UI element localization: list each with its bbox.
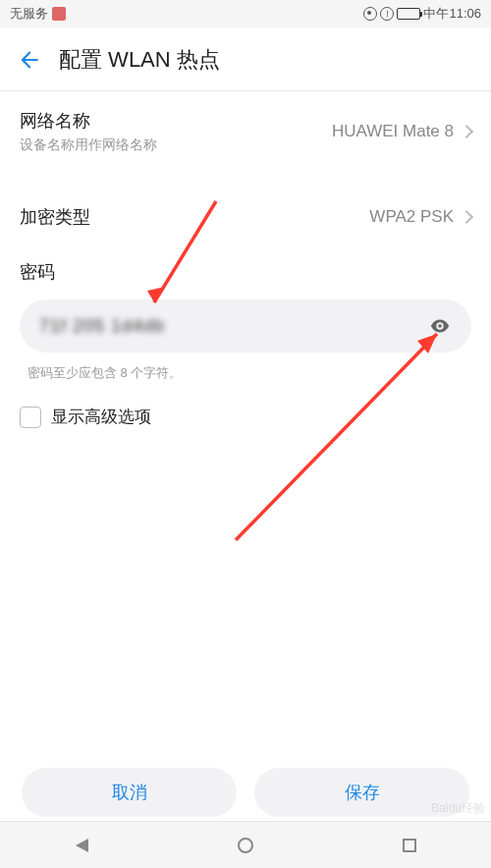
toggle-visibility-button[interactable] [428, 314, 452, 338]
no-service-text: 无服务 [10, 5, 48, 23]
home-icon [238, 838, 253, 853]
notification-icon: ! [380, 7, 394, 21]
advanced-checkbox[interactable] [20, 407, 41, 428]
status-right: ! 中午11:06 [363, 5, 481, 23]
password-field[interactable]: 71f 205 1d4db [20, 299, 471, 353]
hotspot-icon [363, 7, 377, 21]
signal-icon [52, 7, 66, 21]
battery-icon [397, 8, 420, 20]
watermark: Baidu经验 [431, 800, 485, 817]
bottom-buttons: 取消 保存 [0, 768, 491, 817]
status-left: 无服务 [10, 5, 66, 23]
encryption-label: 加密类型 [20, 205, 90, 229]
back-button[interactable] [16, 46, 43, 74]
content: 网络名称 设备名称用作网络名称 HUAWEI Mate 8 加密类型 WPA2 … [0, 91, 491, 452]
encryption-value: WPA2 PSK [369, 207, 454, 227]
nav-home-button[interactable] [216, 838, 275, 853]
advanced-options-row[interactable]: 显示高级选项 [20, 382, 471, 452]
network-name-right: HUAWEI Mate 8 [332, 122, 471, 141]
time-text: 中午11:06 [423, 5, 481, 23]
encryption-left: 加密类型 [20, 205, 90, 229]
encryption-right: WPA2 PSK [369, 207, 471, 227]
chevron-right-icon [460, 125, 473, 138]
encryption-row[interactable]: 加密类型 WPA2 PSK [20, 188, 471, 246]
password-hint: 密码至少应包含 8 个字符。 [20, 353, 471, 382]
chevron-right-icon [460, 210, 473, 224]
back-icon [76, 839, 88, 852]
eye-icon [429, 315, 451, 337]
network-name-subtitle: 设备名称用作网络名称 [20, 136, 157, 154]
nav-bar [0, 821, 491, 868]
network-name-label: 网络名称 [20, 109, 157, 133]
page-title: 配置 WLAN 热点 [59, 45, 220, 75]
advanced-label: 显示高级选项 [51, 406, 151, 428]
password-value: 71f 205 1d4db [39, 316, 165, 337]
nav-recent-button[interactable] [380, 839, 439, 852]
network-name-left: 网络名称 设备名称用作网络名称 [20, 109, 157, 154]
network-name-row[interactable]: 网络名称 设备名称用作网络名称 HUAWEI Mate 8 [20, 91, 471, 172]
cancel-button[interactable]: 取消 [22, 768, 237, 817]
password-label: 密码 [20, 246, 471, 292]
network-name-value: HUAWEI Mate 8 [332, 122, 454, 141]
recent-icon [403, 839, 416, 852]
page-header: 配置 WLAN 热点 [0, 27, 491, 90]
status-bar: 无服务 ! 中午11:06 [0, 0, 491, 27]
nav-back-button[interactable] [52, 839, 111, 852]
